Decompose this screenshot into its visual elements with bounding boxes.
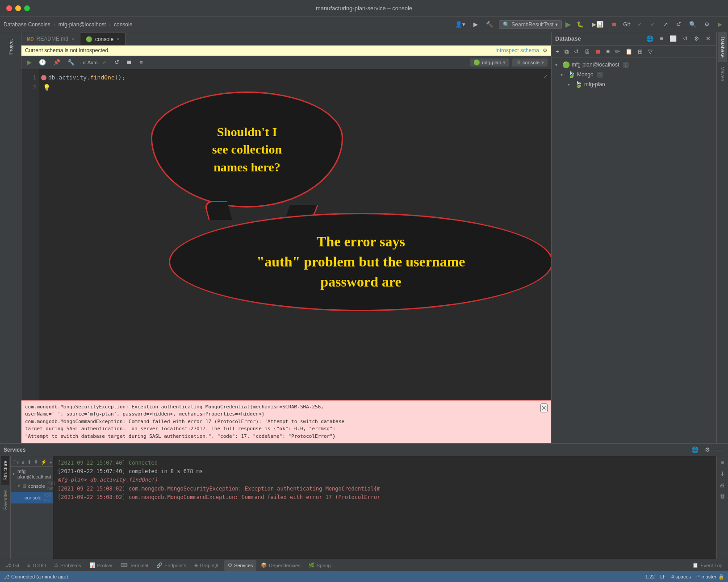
- db-console-button[interactable]: 🖥: [582, 47, 592, 56]
- pin-button[interactable]: 📌: [51, 58, 63, 67]
- bottom-tree-item-mfg-plan-localhost[interactable]: ▾ mfg-plan@localhost: [11, 468, 53, 480]
- introspect-schema-button[interactable]: Introspect schema: [495, 47, 539, 54]
- sidebar-tab-project[interactable]: Project: [6, 36, 15, 58]
- git-undo-button[interactable]: ↺: [674, 20, 683, 29]
- fix-button[interactable]: 🔧: [65, 58, 77, 67]
- user-icon-button[interactable]: 👤▾: [453, 20, 468, 29]
- breadcrumb-db-consoles[interactable]: Database Consoles: [4, 21, 50, 28]
- error-close-button[interactable]: ✕: [540, 403, 548, 412]
- database-tree: ▾ 🟢 mfg-plan@localhost 1 ▾ 🍃 Mongo 1 ▾ 🍃…: [552, 58, 716, 443]
- db-stop-button[interactable]: ⏹: [593, 47, 603, 56]
- rollback-button[interactable]: ↺: [112, 58, 121, 67]
- run-coverage-button[interactable]: ▶📊: [590, 20, 606, 29]
- db-settings-button[interactable]: ⚙: [692, 34, 702, 43]
- status-indent[interactable]: 4 spaces: [671, 574, 691, 580]
- right-tab-maven[interactable]: Maven: [718, 62, 727, 86]
- bottom-settings-button[interactable]: ⚙: [703, 445, 712, 454]
- btl-run-icon[interactable]: ⚡: [40, 459, 48, 466]
- git-check-button[interactable]: ✓: [635, 20, 644, 29]
- status-branch[interactable]: P master 🔒: [696, 574, 724, 580]
- db-add-button[interactable]: 🌐: [644, 34, 656, 43]
- status-position[interactable]: 1:22: [645, 574, 655, 580]
- db-edit-button[interactable]: ✏: [613, 47, 622, 56]
- btab-profiler[interactable]: 📊 Profiler: [86, 560, 117, 571]
- breadcrumb-mfg-plan[interactable]: mfg-plan@localhost: [59, 21, 106, 28]
- connection-dropdown[interactable]: 🟢 mfg-plan ▾: [470, 58, 509, 67]
- btab-git[interactable]: ⎇ Git: [2, 560, 23, 571]
- git-arrow-button[interactable]: ↗: [661, 20, 670, 29]
- btl-up-icon[interactable]: ⬆: [26, 459, 32, 466]
- endpoints-tab-icon: 🔗: [156, 562, 163, 568]
- bottom-world-button[interactable]: 🌐: [689, 445, 701, 454]
- branch-icon: P: [696, 574, 699, 579]
- brt-sort-icon[interactable]: ⬇: [719, 469, 726, 478]
- stop-button[interactable]: ⏹: [609, 20, 619, 29]
- bottom-tree-item-console-child[interactable]: console 438 ms: [11, 492, 53, 503]
- tab-console-close[interactable]: ✕: [116, 37, 120, 42]
- output-button[interactable]: ≡: [137, 58, 145, 67]
- btab-spring[interactable]: 🌿 Spring: [305, 560, 335, 571]
- brt-list-icon[interactable]: ≡: [720, 458, 726, 467]
- brt-print-icon[interactable]: 🖨: [718, 480, 727, 490]
- btab-graphql[interactable]: ◈ GraphQL: [191, 560, 223, 571]
- run-app-button[interactable]: ▶: [715, 20, 724, 29]
- btl-add-icon[interactable]: +: [49, 459, 53, 466]
- git-check2-button[interactable]: ✓: [648, 20, 657, 29]
- btl-down-icon[interactable]: ⬇: [33, 459, 39, 466]
- db-properties-button[interactable]: ≡: [604, 47, 612, 56]
- right-tab-database[interactable]: Database: [718, 32, 727, 62]
- db-tree-item-mongo[interactable]: ▾ 🍃 Mongo 1: [552, 70, 716, 79]
- history-button[interactable]: 🕐: [37, 58, 48, 67]
- btab-services[interactable]: ⚙ Services: [224, 560, 256, 571]
- db-refresh-button[interactable]: ↺: [681, 34, 690, 43]
- commit-button[interactable]: ✓: [100, 58, 109, 67]
- stop-query-button[interactable]: ⏹: [124, 58, 134, 67]
- tab-readme[interactable]: MD README.md ✕: [21, 33, 80, 45]
- dependencies-tab-icon: 📦: [261, 562, 267, 568]
- db-ddl-button[interactable]: 📋: [623, 47, 635, 56]
- settings-button[interactable]: ⚙: [702, 20, 712, 29]
- brt-delete-icon[interactable]: 🗑: [718, 491, 727, 501]
- db-filter-button[interactable]: ▽: [646, 47, 655, 56]
- bottom-tree-item-console-parent[interactable]: ▾ 🖥 console 438 ms: [11, 480, 53, 492]
- db-collapse-button[interactable]: ✕: [703, 34, 713, 43]
- build-button[interactable]: 🔨: [484, 20, 495, 29]
- db-sync-button[interactable]: ↺: [572, 47, 581, 56]
- btab-terminal[interactable]: ⌨ Terminal: [117, 560, 152, 571]
- lpt-favorites[interactable]: Favorites: [1, 485, 9, 514]
- btab-dependencies[interactable]: 📦 Dependencies: [257, 560, 304, 571]
- db-tree-item-mfg-plan-localhost[interactable]: ▾ 🟢 mfg-plan@localhost 1: [552, 60, 716, 70]
- btab-event-log[interactable]: 📋 Event Log: [689, 560, 726, 571]
- tab-console[interactable]: 🟢 console ✕: [80, 33, 126, 45]
- bottom-collapse-button[interactable]: —: [714, 445, 724, 454]
- db-new-button[interactable]: +: [553, 47, 561, 56]
- bottom-content: Structure Favorites Tx ≡ ⬆ ⬇ ⚡ + ▾ mfg-p…: [0, 456, 728, 559]
- btab-endpoints[interactable]: 🔗 Endpoints: [153, 560, 190, 571]
- db-copy-button[interactable]: ⧉: [562, 47, 571, 56]
- db-table-button[interactable]: ⊞: [636, 47, 645, 56]
- status-encoding[interactable]: LF: [660, 574, 666, 580]
- btl-list-icon[interactable]: ≡: [21, 459, 25, 466]
- maximize-button[interactable]: [24, 5, 30, 11]
- search-result-test-dropdown[interactable]: 🔍 SearchResultTest ▾: [499, 20, 562, 29]
- lpt-structure[interactable]: Structure: [1, 456, 9, 485]
- run-query-button[interactable]: ▶: [25, 58, 34, 67]
- minimize-button[interactable]: [15, 5, 21, 11]
- run-config-button[interactable]: ▶: [471, 20, 480, 29]
- close-button[interactable]: [6, 5, 12, 11]
- console-dropdown[interactable]: 🖥 console ▾: [512, 58, 548, 67]
- status-connected[interactable]: ⎇ Connected (a minute ago): [4, 574, 68, 580]
- debug-button[interactable]: 🐛: [574, 20, 586, 29]
- btab-todo[interactable]: ≡ TODO: [24, 560, 50, 571]
- tab-readme-close[interactable]: ✕: [71, 37, 75, 42]
- bottom-log-output[interactable]: [2021-09-22 15:07:40] Connected [2021-09…: [53, 456, 716, 559]
- breadcrumb-console[interactable]: console: [114, 21, 132, 28]
- db-split-button[interactable]: ⬜: [667, 34, 679, 43]
- search-button[interactable]: 🔍: [687, 20, 699, 29]
- play-button[interactable]: ▶: [565, 20, 571, 29]
- db-list-button[interactable]: ≡: [657, 34, 665, 43]
- db-tree-item-mfg-plan-db[interactable]: ▾ 🍃 mfg-plan: [552, 79, 716, 89]
- btab-problems[interactable]: ⚠ Problems: [50, 560, 84, 571]
- settings-icon[interactable]: ⚙: [543, 47, 548, 54]
- schema-warning: Current schema is not introspected. Intr…: [21, 46, 551, 56]
